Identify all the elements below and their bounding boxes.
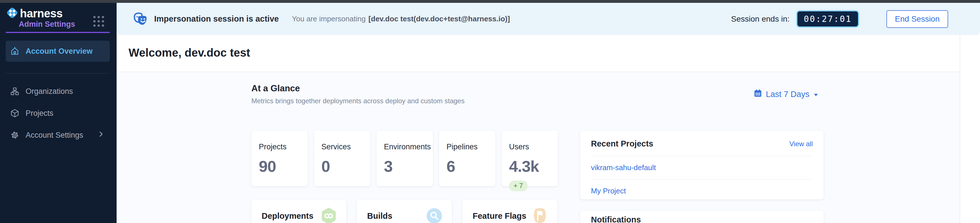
calendar-icon [754,89,762,100]
module-card-feature-flags[interactable]: Feature Flags [462,200,557,223]
module-title: Builds [367,211,393,221]
cd-infinity-icon [320,207,338,223]
chevron-down-icon [813,89,819,99]
stat-card-environments[interactable]: Environments 3 [377,131,433,186]
ci-magnifier-icon [425,207,443,223]
sidebar-item-projects[interactable]: Projects [6,103,110,123]
organizations-icon [10,87,19,96]
module-title: Feature Flags [473,211,527,221]
impersonated-user: [dev.doc test(dev.doc+test@harness.io)] [369,14,510,23]
stat-label: Projects [259,142,300,151]
banner-title: Impersonation session is active [154,14,279,24]
notifications-title: Notifications [591,215,813,223]
theater-masks-icon [132,10,148,28]
top-strip [0,0,980,3]
stat-label: Services [321,142,363,151]
sidebar-item-label: Account Settings [25,131,83,140]
sidebar-item-account-overview[interactable]: Account Overview [6,41,110,62]
stat-value: 0 [321,157,363,175]
module-card-deployments[interactable]: Deployments [251,200,346,223]
sidebar-item-label: Organizations [25,87,73,96]
modules-row: Deployments Builds [251,200,557,223]
recent-project-link[interactable]: vikram-sahu-default [591,156,813,179]
app-grid-icon[interactable] [93,16,104,27]
banner-subtitle-prefix: You are impersonating [292,14,366,23]
stat-value: 3 [384,157,425,175]
sidebar-accent-divider [6,32,110,33]
module-title: Deployments [262,211,313,221]
time-range-selector[interactable]: Last 7 Days [754,89,819,100]
stat-card-users[interactable]: Users 4.3k + 7 [502,131,558,186]
module-card-builds[interactable]: Builds [357,200,452,223]
sidebar-item-label: Projects [25,109,54,118]
sidebar-item-label: Account Overview [25,47,93,56]
flag-icon [531,207,549,223]
end-session-button[interactable]: End Session [886,10,948,28]
session-countdown-timer: 00:27:01 [796,10,859,28]
users-delta-badge: + 7 [509,181,528,191]
main-content: At a Glance Metrics brings together depl… [116,72,960,223]
notifications-panel: Notifications [580,210,824,223]
stats-row: Projects 90 Services 0 Environments 3 Pi… [251,131,558,186]
stat-value: 6 [447,157,488,175]
stat-value: 90 [259,157,300,175]
recent-projects-title: Recent Projects [591,139,653,148]
stat-card-projects[interactable]: Projects 90 [251,131,308,186]
sidebar-item-organizations[interactable]: Organizations [6,81,110,101]
sidebar-subtitle: Admin Settings [19,20,75,29]
impersonation-banner: Impersonation session is active You are … [116,3,980,35]
stat-label: Users [509,142,550,151]
stat-label: Pipelines [447,142,488,151]
harness-logo-icon [6,6,19,21]
view-all-link[interactable]: View all [789,140,813,148]
chevron-right-icon [97,131,105,140]
recent-projects-panel: Recent Projects View all vikram-sahu-def… [580,131,824,199]
home-icon [10,47,19,56]
banner-subtitle: You are impersonating[dev.doc test(dev.d… [292,14,510,23]
logo-text: harness [20,7,62,20]
scrollbar-gutter[interactable] [960,35,980,223]
stat-card-services[interactable]: Services 0 [314,131,370,186]
stat-label: Environments [384,142,425,151]
stat-value: 4.3k [509,157,550,175]
sidebar-item-account-settings[interactable]: Account Settings [6,125,110,145]
time-range-label: Last 7 Days [766,89,809,99]
gear-icon [10,131,19,140]
at-a-glance-subtitle: Metrics brings together deployments acro… [251,97,465,105]
at-a-glance-title: At a Glance [251,83,300,94]
cube-icon [10,109,19,118]
page-header: Welcome, dev.doc test [116,35,960,72]
session-ends-label: Session ends in: [731,14,789,24]
page-title: Welcome, dev.doc test [129,46,250,59]
harness-logo: harness [6,6,62,21]
stat-card-pipelines[interactable]: Pipelines 6 [439,131,495,186]
sidebar: harness Admin Settings Account Overview … [0,3,116,223]
sidebar-divider [6,73,110,73]
recent-project-link[interactable]: My Project [591,180,813,199]
